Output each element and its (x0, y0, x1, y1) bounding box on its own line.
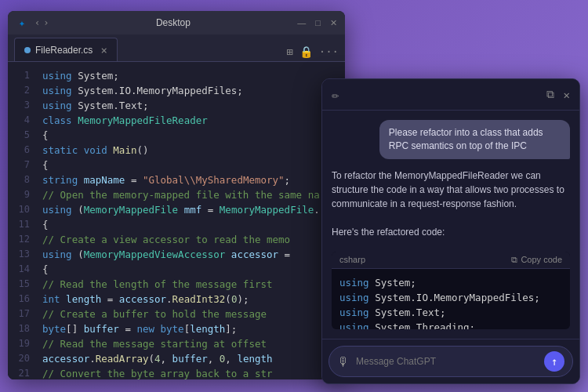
tab-name: FileReader.cs (35, 45, 93, 56)
code-line-10: using (MemoryMappedFile mmf = MemoryMapp… (42, 202, 345, 217)
chat-panel: ✏ ⧉ ✕ Please refactor into a class that … (321, 78, 580, 384)
line-number: 10 (8, 202, 30, 217)
nav-arrows: ‹ › (34, 17, 49, 28)
minimize-button[interactable]: — (297, 18, 306, 28)
tab-file-icon (24, 47, 31, 53)
line-number: 11 (8, 217, 30, 232)
tab-bar: FileReader.cs × ⊞ 🔒 ··· (8, 34, 345, 62)
chat-header-actions: ⧉ ✕ (546, 88, 570, 101)
chat-input-area: 🎙 ↑ (322, 339, 579, 383)
line-number: 19 (8, 336, 30, 351)
code-line-19: // Read the message starting at offset (42, 336, 345, 351)
send-button[interactable]: ↑ (544, 351, 564, 372)
user-message: Please refactor into a class that adds R… (379, 120, 570, 159)
editor: 1 2 3 4 5 6 7 8 9 10 11 12 13 14 15 16 1… (8, 62, 345, 379)
code-line-3: using System.Text; (42, 98, 345, 113)
copy-icon-small: ⧉ (511, 255, 517, 265)
window-title: Desktop (156, 17, 191, 28)
code-line-4: class MemoryMappedFileReader (42, 113, 345, 128)
cb-line-3: using System.Text; (339, 305, 562, 320)
title-bar-left: ✦ ‹ › (16, 16, 49, 29)
split-editor-icon[interactable]: ⊞ (286, 45, 292, 58)
line-number: 14 (8, 262, 30, 277)
line-number: 12 (8, 232, 30, 247)
line-number: 7 (8, 158, 30, 172)
close-button[interactable]: ✕ (330, 18, 337, 28)
microphone-icon[interactable]: 🎙 (337, 354, 350, 369)
code-line-21: // Convert the byte array back to a str (42, 366, 345, 379)
more-actions-icon[interactable]: ··· (319, 45, 339, 58)
chat-close-icon[interactable]: ✕ (564, 89, 570, 101)
chat-input-field[interactable] (356, 356, 538, 367)
code-line-15: // Read the length of the message first (42, 277, 345, 292)
vscode-logo-icon: ✦ (16, 16, 28, 29)
code-line-9: // Open the memory-mapped file with the … (42, 187, 345, 202)
code-block: csharp ⧉ Copy code using System; using S… (332, 252, 570, 329)
code-line-20: accessor.ReadArray(4, buffer, 0, length (42, 351, 345, 366)
line-number: 8 (8, 172, 30, 187)
code-line-1: using System; (42, 68, 345, 83)
code-line-6: static void Main() (42, 143, 345, 158)
copy-icon[interactable]: ⧉ (546, 88, 554, 101)
code-line-12: // Create a view accessor to read the me… (42, 232, 345, 247)
nav-back-icon[interactable]: ‹ (34, 17, 40, 28)
nav-forward-icon[interactable]: › (43, 17, 49, 28)
code-lang-label: csharp (339, 255, 365, 264)
code-line-18: byte[] buffer = new byte[length]; (42, 321, 345, 336)
tab-close-icon[interactable]: × (100, 44, 107, 56)
cb-line-4: using System.Threading; (339, 320, 562, 329)
edit-icon[interactable]: ✏ (332, 87, 339, 102)
code-line-17: // Create a buffer to hold the message (42, 307, 345, 321)
chat-input-box: 🎙 ↑ (328, 346, 573, 377)
maximize-button[interactable]: □ (315, 18, 321, 28)
line-number: 18 (8, 321, 30, 336)
line-number: 2 (8, 83, 30, 98)
line-numbers: 1 2 3 4 5 6 7 8 9 10 11 12 13 14 15 16 1… (8, 62, 36, 379)
code-line-8: string mapName = "Global\\MySharedMemory… (42, 172, 345, 187)
code-line-2: using System.IO.MemoryMappedFiles; (42, 83, 345, 98)
line-number: 1 (8, 68, 30, 83)
line-number: 9 (8, 187, 30, 202)
code-editor[interactable]: using System; using System.IO.MemoryMapp… (36, 62, 345, 379)
copy-code-button[interactable]: ⧉ Copy code (511, 255, 562, 265)
line-number: 20 (8, 351, 30, 366)
chat-body: Please refactor into a class that adds R… (322, 111, 579, 339)
line-number: 4 (8, 113, 30, 128)
chat-header: ✏ ⧉ ✕ (322, 79, 579, 111)
code-line-7: { (42, 158, 345, 172)
line-number: 5 (8, 128, 30, 143)
assistant-message: To refactor the MemoryMappedFileReader w… (332, 169, 570, 239)
line-number: 3 (8, 98, 30, 113)
tab-bar-actions: ⊞ 🔒 ··· (286, 45, 339, 61)
code-line-16: int length = accessor.ReadInt32(0); (42, 292, 345, 307)
line-number: 6 (8, 143, 30, 158)
code-line-13: using (MemoryMappedViewAccessor accessor… (42, 247, 345, 262)
line-number: 13 (8, 247, 30, 262)
lock-icon[interactable]: 🔒 (299, 45, 313, 58)
cb-line-1: using System; (339, 275, 562, 290)
tab-filereader[interactable]: FileReader.cs × (14, 38, 118, 61)
line-number: 21 (8, 366, 30, 379)
vscode-window: ✦ ‹ › Desktop — □ ✕ FileReader.cs × ⊞ 🔒 … (8, 11, 345, 379)
line-number: 16 (8, 292, 30, 307)
code-line-14: { (42, 262, 345, 277)
line-number: 17 (8, 307, 30, 321)
code-block-header: csharp ⧉ Copy code (332, 252, 570, 269)
line-number: 15 (8, 277, 30, 292)
code-line-5: { (42, 128, 345, 143)
cb-line-2: using System.IO.MemoryMappedFiles; (339, 290, 562, 305)
code-block-body: using System; using System.IO.MemoryMapp… (332, 269, 570, 329)
title-bar: ✦ ‹ › Desktop — □ ✕ (8, 11, 345, 34)
window-controls: — □ ✕ (297, 18, 337, 28)
code-line-11: { (42, 217, 345, 232)
